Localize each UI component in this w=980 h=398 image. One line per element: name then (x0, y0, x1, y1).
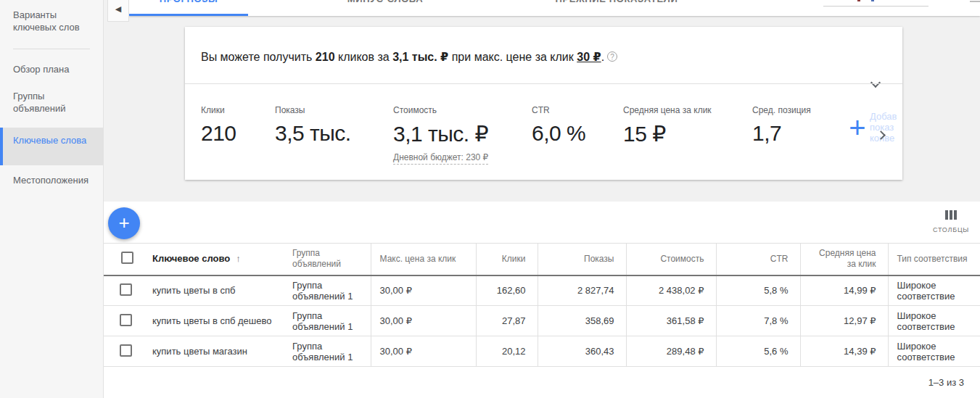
metric-label: CTR (532, 105, 585, 115)
columns-icon (944, 210, 958, 220)
cell-match-type[interactable]: Широкое соответствие (888, 275, 980, 306)
headline-clicks-value: 210 (316, 51, 335, 63)
metric-label: Показы (275, 105, 351, 115)
cell-match-type[interactable]: Широкое соответствие (888, 306, 980, 336)
column-header-ad-group[interactable]: Группа объявлений (284, 244, 371, 275)
metric-avg-position: Сред. позиция 1,7 (752, 105, 811, 146)
keywords-table: Ключевое слово↑ Группа объявлений Макс. … (104, 243, 980, 367)
sidebar-item-label: Варианты ключевых слов (13, 9, 80, 33)
metric-label: Клики (201, 105, 236, 115)
headline-text: . (601, 51, 604, 63)
pagination-status: 1–3 из 3 (928, 377, 964, 388)
column-header-keyword[interactable]: Ключевое слово (152, 253, 230, 264)
select-all-checkbox[interactable] (121, 252, 133, 264)
tab-bar: ПРОГНОЗЫ МИНУС-СЛОВА ПРЕЖНИЕ ПОКАЗАТЕЛИ (129, 0, 980, 16)
metric-value: 15 ₽ (623, 121, 712, 146)
sidebar-item-label: Местоположения (13, 175, 88, 186)
sidebar-divider (13, 49, 90, 49)
column-header-clicks[interactable]: Клики (476, 244, 538, 275)
sidebar-item-locations[interactable]: Местоположения (0, 174, 104, 186)
sidebar: Варианты ключевых слов Обзор плана Групп… (0, 0, 104, 398)
cell-keyword: купить цветы в спб дешево (144, 306, 284, 336)
column-header-match-type[interactable]: Тип соответствия (888, 244, 980, 275)
metric-value: 1,7 (752, 121, 811, 146)
metric-clicks: Клики 210 (201, 105, 236, 146)
cutoff-menu-icon (970, 1, 980, 2)
keywords-panel: + СТОЛБЦЫ Ключевое слово↑ Группа объявле… (104, 202, 980, 398)
metric-label: Стоимость (393, 105, 488, 115)
tab-label: ПРОГНОЗЫ (160, 0, 218, 4)
row-checkbox[interactable] (120, 314, 132, 326)
sidebar-item-keyword-ideas[interactable]: Варианты ключевых слов (0, 9, 104, 33)
sidebar-item-plan-overview[interactable]: Обзор плана (0, 63, 104, 75)
metric-cost: Стоимость 3,1 тыс. ₽ Дневной бюджет: 230… (393, 105, 488, 165)
metric-impressions: Показы 3,5 тыс. (275, 105, 351, 146)
metric-value: 3,5 тыс. (275, 121, 351, 146)
cell-max-cpc[interactable]: 30,00 ₽ (371, 306, 476, 336)
cell-clicks: 27,87 (476, 306, 538, 336)
cutoff-control-underline (823, 6, 928, 7)
tab-forecasts[interactable]: ПРОГНОЗЫ (129, 0, 248, 16)
headline-maxcpc-value[interactable]: 30 ₽ (577, 51, 601, 63)
tab-historical-metrics[interactable]: ПРЕЖНИЕ ПОКАЗАТЕЛИ (522, 0, 711, 16)
cell-avg-cpc: 12,97 ₽ (800, 306, 888, 336)
metric-label: Сред. позиция (752, 105, 811, 115)
cell-clicks: 162,60 (476, 275, 538, 306)
column-header-ctr[interactable]: CTR (716, 244, 800, 275)
headline-text: при макс. цене за клик (448, 51, 577, 63)
metric-value: 6,0 % (532, 121, 585, 146)
cell-ctr: 5,8 % (716, 275, 800, 306)
forecast-summary-card: Вы можете получить 210 кликов за 3,1 тыс… (185, 27, 902, 180)
row-checkbox[interactable] (120, 283, 132, 296)
clipped-text-line: конве (870, 133, 902, 144)
cell-ad-group: Группа объявлений 1 (284, 275, 371, 306)
clipped-text-line: Добав (870, 111, 902, 122)
table-row: купить цветы в спб Группа объявлений 1 3… (104, 275, 980, 306)
cell-cost: 2 438,02 ₽ (626, 275, 716, 306)
cell-impressions: 2 827,74 (538, 275, 626, 306)
row-checkbox[interactable] (120, 344, 132, 357)
metric-ctr: CTR 6,0 % (532, 105, 585, 146)
add-keyword-button[interactable]: + (108, 207, 140, 239)
help-icon[interactable]: ? (607, 51, 617, 62)
tab-negative-keywords[interactable]: МИНУС-СЛОВА (248, 0, 522, 16)
sort-ascending-icon[interactable]: ↑ (236, 253, 241, 264)
cell-avg-cpc: 14,99 ₽ (800, 275, 888, 306)
chevron-right-icon[interactable] (878, 132, 885, 139)
cell-impressions: 360,43 (538, 336, 626, 367)
cell-max-cpc[interactable]: 30,00 ₽ (371, 275, 476, 306)
daily-budget-link[interactable]: Дневной бюджет: 230 ₽ (393, 152, 488, 165)
sidebar-item-keywords[interactable]: Ключевые слова (0, 128, 104, 165)
table-row: купить цветы в спб дешево Группа объявле… (104, 306, 980, 336)
cell-impressions: 358,69 (538, 306, 626, 336)
cell-max-cpc[interactable]: 30,00 ₽ (371, 336, 476, 367)
metric-avg-cpc: Средняя цена за клик 15 ₽ (623, 105, 712, 146)
sidebar-item-label: Обзор плана (13, 64, 69, 75)
table-row: купить цветы магазин Группа объявлений 1… (104, 336, 980, 367)
sidebar-item-ad-groups[interactable]: Группы объявлений (0, 90, 104, 115)
cell-avg-cpc: 14,39 ₽ (800, 336, 888, 367)
column-header-avg-cpc[interactable]: Средняя цена за клик (800, 244, 888, 275)
cell-ad-group: Группа объявлений 1 (284, 306, 371, 336)
column-header-cost[interactable]: Стоимость (626, 244, 716, 275)
metric-value: 3,1 тыс. ₽ (393, 121, 488, 146)
cutoff-icon-fragment (871, 0, 874, 1)
collapse-left-icon: ◀ (115, 4, 121, 14)
cell-cost: 361,58 ₽ (626, 306, 716, 336)
chevron-down-icon[interactable] (872, 79, 879, 86)
column-header-max-cpc[interactable]: Макс. цена за клик (371, 244, 476, 275)
column-header-impressions[interactable]: Показы (538, 244, 626, 275)
cell-match-type[interactable]: Широкое соответствие (888, 336, 980, 367)
cell-ctr: 7,8 % (716, 306, 800, 336)
metric-label: Средняя цена за клик (623, 105, 712, 115)
clipped-text-line: показ (870, 122, 902, 133)
sidebar-collapse-button[interactable]: ◀ (107, 0, 129, 22)
columns-button[interactable]: СТОЛБЦЫ (931, 210, 971, 233)
sidebar-item-label: Ключевые слова (13, 135, 86, 146)
cell-keyword: купить цветы магазин (144, 336, 284, 367)
cell-keyword: купить цветы в спб (144, 275, 284, 306)
selected-indicator-bar (0, 128, 3, 165)
tab-label: ПРЕЖНИЕ ПОКАЗАТЕЛИ (556, 0, 678, 4)
add-conversion-plus-icon[interactable]: + (841, 112, 873, 144)
cell-cost: 289,48 ₽ (626, 336, 716, 367)
